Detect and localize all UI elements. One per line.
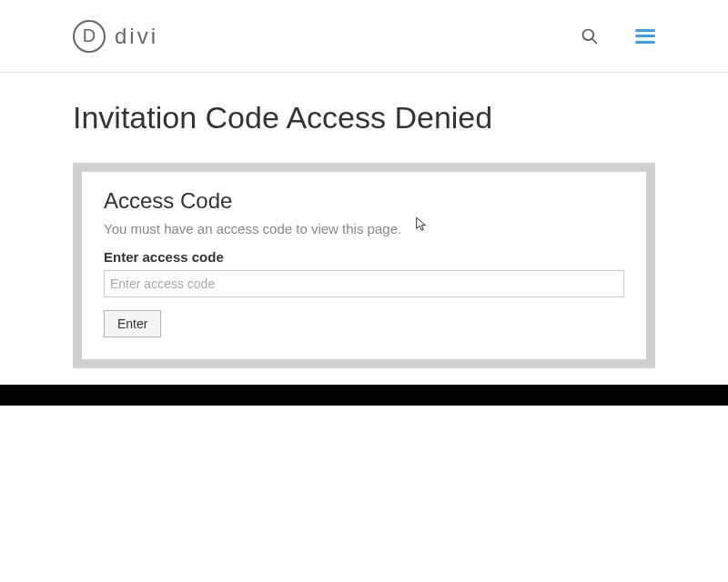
search-icon[interactable]: [581, 27, 599, 45]
access-code-card: Access Code You must have an access code…: [73, 163, 655, 368]
enter-button[interactable]: Enter: [104, 310, 161, 337]
menu-icon[interactable]: [635, 29, 655, 44]
access-code-input[interactable]: [104, 270, 624, 297]
menu-bar: [635, 41, 655, 44]
access-code-label: Enter access code: [104, 249, 624, 265]
logo-text: divi: [115, 24, 158, 49]
logo-mark: D: [73, 20, 106, 53]
site-logo[interactable]: D divi: [73, 20, 158, 53]
svg-line-1: [592, 38, 597, 43]
menu-bar: [635, 35, 655, 37]
page-title: Invitation Code Access Denied: [73, 100, 655, 135]
card-heading: Access Code: [104, 188, 624, 214]
logo-letter: D: [83, 25, 96, 46]
menu-bar: [635, 29, 655, 32]
site-header: D divi: [0, 0, 728, 73]
card-description: You must have an access code to view thi…: [104, 221, 624, 236]
footer-band: [0, 385, 728, 406]
page-main: Invitation Code Access Denied Access Cod…: [0, 73, 728, 396]
